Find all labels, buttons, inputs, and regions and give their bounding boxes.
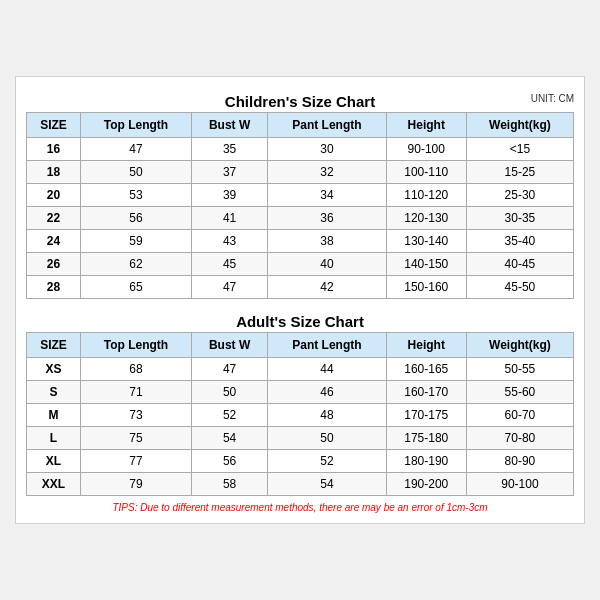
table-cell: S: [27, 381, 81, 404]
table-row: 24594338130-14035-40: [27, 230, 574, 253]
table-cell: 68: [80, 358, 191, 381]
table-cell: 22: [27, 207, 81, 230]
table-cell: 75: [80, 427, 191, 450]
table-cell: 56: [192, 450, 268, 473]
table-cell: 130-140: [386, 230, 466, 253]
table-cell: 55-60: [466, 381, 573, 404]
table-row: 1647353090-100<15: [27, 138, 574, 161]
table-cell: 15-25: [466, 161, 573, 184]
table-cell: 53: [80, 184, 191, 207]
table-cell: 36: [268, 207, 386, 230]
table-cell: 180-190: [386, 450, 466, 473]
table-cell: 40: [268, 253, 386, 276]
adults-header-cell: Height: [386, 333, 466, 358]
table-cell: XXL: [27, 473, 81, 496]
table-cell: 56: [80, 207, 191, 230]
table-cell: 47: [192, 276, 268, 299]
table-cell: 71: [80, 381, 191, 404]
table-cell: 16: [27, 138, 81, 161]
table-cell: 32: [268, 161, 386, 184]
adults-header-row: SIZETop LengthBust WPant LengthHeightWei…: [27, 333, 574, 358]
table-row: 20533934110-12025-30: [27, 184, 574, 207]
table-cell: XL: [27, 450, 81, 473]
table-cell: 70-80: [466, 427, 573, 450]
table-cell: 41: [192, 207, 268, 230]
table-row: XS684744160-16550-55: [27, 358, 574, 381]
table-cell: <15: [466, 138, 573, 161]
table-cell: 40-45: [466, 253, 573, 276]
children-title-text: Children's Size Chart: [225, 93, 375, 110]
table-row: 22564136120-13030-35: [27, 207, 574, 230]
children-header-cell: Bust W: [192, 113, 268, 138]
table-cell: 50: [192, 381, 268, 404]
table-cell: 170-175: [386, 404, 466, 427]
table-cell: 34: [268, 184, 386, 207]
table-cell: 54: [268, 473, 386, 496]
adults-header-cell: Top Length: [80, 333, 191, 358]
table-cell: 58: [192, 473, 268, 496]
table-row: L755450175-18070-80: [27, 427, 574, 450]
tips-text: TIPS: Due to different measurement metho…: [26, 502, 574, 513]
table-cell: L: [27, 427, 81, 450]
table-cell: 150-160: [386, 276, 466, 299]
table-cell: 38: [268, 230, 386, 253]
table-cell: 48: [268, 404, 386, 427]
table-row: S715046160-17055-60: [27, 381, 574, 404]
table-cell: 160-165: [386, 358, 466, 381]
table-cell: 90-100: [466, 473, 573, 496]
children-header-cell: Pant Length: [268, 113, 386, 138]
table-cell: 52: [192, 404, 268, 427]
table-cell: 47: [192, 358, 268, 381]
adults-header-cell: Weight(kg): [466, 333, 573, 358]
table-cell: 25-30: [466, 184, 573, 207]
chart-container: Children's Size Chart UNIT: CM SIZETop L…: [15, 76, 585, 524]
adults-header-cell: Bust W: [192, 333, 268, 358]
adults-header-cell: Pant Length: [268, 333, 386, 358]
table-cell: 42: [268, 276, 386, 299]
table-cell: 30-35: [466, 207, 573, 230]
table-cell: 45-50: [466, 276, 573, 299]
table-row: 28654742150-16045-50: [27, 276, 574, 299]
table-cell: 60-70: [466, 404, 573, 427]
table-cell: 45: [192, 253, 268, 276]
table-cell: 52: [268, 450, 386, 473]
table-cell: 28: [27, 276, 81, 299]
table-cell: 65: [80, 276, 191, 299]
table-cell: 110-120: [386, 184, 466, 207]
table-cell: 44: [268, 358, 386, 381]
table-cell: 140-150: [386, 253, 466, 276]
adults-header-cell: SIZE: [27, 333, 81, 358]
table-cell: 50: [268, 427, 386, 450]
table-cell: 43: [192, 230, 268, 253]
table-cell: 190-200: [386, 473, 466, 496]
table-cell: 77: [80, 450, 191, 473]
table-cell: 100-110: [386, 161, 466, 184]
children-section-title: Children's Size Chart UNIT: CM: [26, 87, 574, 112]
adults-size-table: SIZETop LengthBust WPant LengthHeightWei…: [26, 332, 574, 496]
table-cell: 24: [27, 230, 81, 253]
table-cell: 160-170: [386, 381, 466, 404]
table-cell: 79: [80, 473, 191, 496]
adults-section-title: Adult's Size Chart: [26, 307, 574, 332]
table-cell: 39: [192, 184, 268, 207]
table-cell: 80-90: [466, 450, 573, 473]
table-cell: 37: [192, 161, 268, 184]
table-cell: 18: [27, 161, 81, 184]
table-cell: 47: [80, 138, 191, 161]
table-row: M735248170-17560-70: [27, 404, 574, 427]
children-header-cell: Height: [386, 113, 466, 138]
table-cell: 175-180: [386, 427, 466, 450]
children-header-cell: Weight(kg): [466, 113, 573, 138]
children-header-cell: Top Length: [80, 113, 191, 138]
children-header-cell: SIZE: [27, 113, 81, 138]
table-cell: 120-130: [386, 207, 466, 230]
table-row: XXL795854190-20090-100: [27, 473, 574, 496]
table-cell: 90-100: [386, 138, 466, 161]
children-header-row: SIZETop LengthBust WPant LengthHeightWei…: [27, 113, 574, 138]
table-cell: 73: [80, 404, 191, 427]
children-unit-label: UNIT: CM: [531, 93, 574, 104]
table-cell: 35: [192, 138, 268, 161]
table-cell: 20: [27, 184, 81, 207]
table-cell: 46: [268, 381, 386, 404]
table-cell: 35-40: [466, 230, 573, 253]
